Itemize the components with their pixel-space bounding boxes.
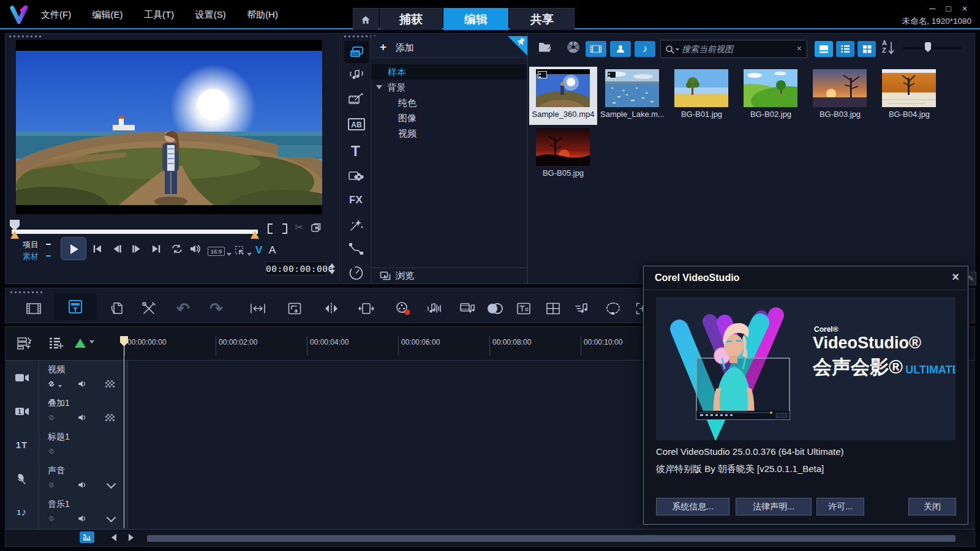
record-capture-options-button[interactable] bbox=[140, 300, 158, 317]
timeline-view-button[interactable] bbox=[54, 293, 97, 320]
tab-edit[interactable]: 编辑 bbox=[443, 8, 508, 30]
step-forward-icon[interactable] bbox=[132, 244, 141, 256]
sidebar-title-button[interactable]: T bbox=[351, 143, 360, 160]
browse-bar[interactable]: 浏览 bbox=[371, 268, 527, 283]
sidebar-effects-button[interactable] bbox=[349, 217, 364, 235]
chapter-point-icon[interactable] bbox=[75, 339, 86, 348]
dialog-close-button[interactable]: 关闭 bbox=[908, 498, 956, 515]
tree-item-background[interactable]: 背景 bbox=[371, 80, 527, 95]
link-icon[interactable] bbox=[47, 446, 56, 456]
library-item[interactable]: BG-B02.jpg bbox=[737, 67, 805, 125]
enlarge-preview-icon[interactable] bbox=[311, 222, 322, 236]
mode-clip-label[interactable]: 素材 bbox=[23, 251, 39, 262]
smart-proxy-icon[interactable] bbox=[566, 40, 581, 57]
sidebar-audio-button[interactable] bbox=[349, 68, 364, 84]
link-caret-icon[interactable] bbox=[58, 385, 62, 388]
tab-share[interactable]: 共享 bbox=[510, 8, 575, 30]
show-videos-filter[interactable] bbox=[586, 41, 606, 57]
menu-edit[interactable]: 编辑(E) bbox=[83, 0, 132, 29]
track-manager-icon[interactable] bbox=[16, 336, 32, 353]
subtitle-editor-button[interactable] bbox=[514, 300, 533, 317]
timecode-spinner-up-icon[interactable] bbox=[329, 263, 335, 268]
link-icon[interactable] bbox=[47, 413, 56, 422]
add-track-icon[interactable] bbox=[48, 336, 64, 353]
trim-start-handle[interactable] bbox=[10, 231, 19, 239]
thumbnail-size-slider[interactable] bbox=[903, 47, 962, 49]
track-mute-icon[interactable] bbox=[77, 380, 88, 388]
preview-video[interactable] bbox=[16, 40, 322, 214]
overlay-video-toggle[interactable]: V bbox=[255, 244, 262, 257]
track-mute-icon[interactable] bbox=[77, 514, 88, 523]
redo-button[interactable]: ↷ bbox=[207, 300, 225, 317]
close-button[interactable]: × bbox=[958, 4, 971, 13]
project-duration-button[interactable] bbox=[285, 300, 304, 317]
track-waveform-chevron-icon[interactable] bbox=[107, 513, 116, 523]
show-photos-filter[interactable] bbox=[610, 41, 631, 57]
track-mute-icon[interactable] bbox=[77, 481, 88, 489]
sidebar-overlay-button[interactable] bbox=[348, 170, 364, 187]
video-track-header[interactable]: 视频 bbox=[5, 361, 128, 395]
system-info-button[interactable]: 系统信息... bbox=[656, 498, 729, 515]
menu-settings[interactable]: 设置(S) bbox=[186, 0, 235, 29]
go-to-start-icon[interactable] bbox=[92, 244, 102, 256]
track-transparency-icon[interactable] bbox=[105, 380, 115, 388]
sound-mixer-button[interactable] bbox=[425, 300, 443, 317]
search-input[interactable] bbox=[661, 40, 807, 58]
seek-bar[interactable] bbox=[12, 230, 258, 234]
chapter-point-caret-icon[interactable] bbox=[89, 340, 94, 343]
tab-home[interactable] bbox=[353, 8, 379, 30]
timeline-zoom-fit-icon[interactable] bbox=[80, 531, 94, 543]
mode-project-label[interactable]: 项目 bbox=[23, 239, 39, 250]
tab-capture[interactable]: 捕获 bbox=[380, 8, 442, 30]
legal-notice-button[interactable]: 法律声明... bbox=[736, 498, 812, 515]
panel-drag-handle[interactable] bbox=[9, 36, 41, 37]
panel-drag-handle[interactable] bbox=[10, 291, 42, 293]
overlay-audio-toggle[interactable]: A bbox=[269, 244, 276, 257]
menu-file[interactable]: 文件(F) bbox=[32, 0, 80, 29]
system-volume-icon[interactable] bbox=[189, 244, 201, 257]
track-waveform-chevron-icon[interactable] bbox=[107, 479, 116, 489]
library-item[interactable]: BG-B04.jpg bbox=[875, 67, 943, 125]
library-item[interactable]: Sample_Lake.m... bbox=[598, 67, 666, 125]
link-icon[interactable] bbox=[47, 379, 56, 389]
step-back-icon[interactable] bbox=[112, 244, 122, 256]
import-media-icon[interactable] bbox=[538, 40, 554, 57]
fit-project-in-window-button[interactable] bbox=[249, 300, 267, 317]
storyboard-view-button[interactable] bbox=[24, 300, 43, 317]
mark-out-icon[interactable] bbox=[282, 223, 287, 234]
split-clip-icon[interactable]: ✂ bbox=[295, 221, 303, 234]
aspect-ratio-select[interactable]: 16:9 bbox=[208, 247, 225, 256]
link-icon[interactable] bbox=[47, 514, 56, 523]
overlap-transition-button[interactable] bbox=[486, 300, 504, 317]
selection-tool-icon[interactable] bbox=[235, 246, 246, 259]
mask-creator-button[interactable] bbox=[604, 300, 622, 317]
split-clip-button[interactable] bbox=[322, 300, 341, 317]
maximize-button[interactable]: □ bbox=[942, 4, 956, 13]
menu-tools[interactable]: 工具(T) bbox=[135, 0, 183, 29]
undo-button[interactable]: ↶ bbox=[174, 300, 192, 317]
view-thumbnail-button[interactable] bbox=[815, 41, 833, 57]
link-icon[interactable] bbox=[47, 480, 56, 490]
sidebar-motion-button[interactable] bbox=[349, 242, 364, 258]
trim-end-handle[interactable] bbox=[251, 231, 259, 239]
sidebar-transition-button[interactable]: AB bbox=[348, 118, 365, 130]
expander-icon[interactable] bbox=[376, 85, 382, 89]
title-track-header[interactable]: 1T 标题1 bbox=[5, 428, 128, 462]
sidebar-speed-button[interactable] bbox=[349, 265, 364, 283]
mark-in-icon[interactable] bbox=[268, 223, 273, 234]
show-audio-filter[interactable]: ♪ bbox=[635, 41, 655, 57]
timeline-playhead-line[interactable] bbox=[124, 347, 124, 528]
aspect-ratio-caret-icon[interactable] bbox=[227, 253, 232, 256]
thumbnail-size-slider-thumb[interactable] bbox=[925, 42, 931, 52]
sort-az-icon[interactable]: A Z bbox=[882, 40, 897, 57]
view-list-button[interactable] bbox=[836, 41, 854, 57]
search-options-caret-icon[interactable] bbox=[676, 48, 679, 51]
license-button[interactable]: 许可... bbox=[816, 498, 864, 515]
track-transparency-icon[interactable] bbox=[105, 414, 115, 421]
timeline-horizontal-scrollbar[interactable] bbox=[147, 535, 956, 542]
timecode-spinner-down-icon[interactable] bbox=[329, 270, 335, 274]
auto-music-button[interactable] bbox=[458, 300, 477, 317]
voice-track-header[interactable]: 声音 bbox=[5, 462, 128, 496]
library-item[interactable]: BG-B05.jpg bbox=[529, 126, 597, 184]
play-button[interactable] bbox=[61, 237, 86, 260]
